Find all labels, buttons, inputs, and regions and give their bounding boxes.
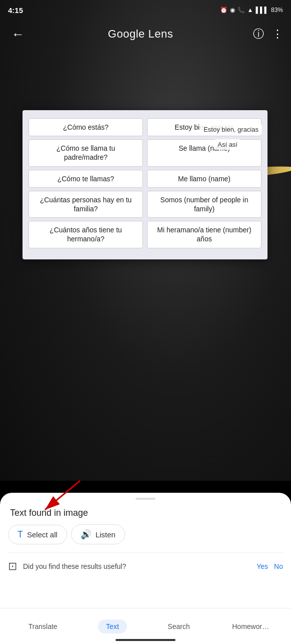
- doc-cell-q5: ¿Cuántos años tiene tu hermano/a?: [28, 221, 143, 248]
- ocr-overlay-2: Así así: [214, 139, 241, 150]
- speaker-icon: 🔊: [80, 529, 92, 540]
- wifi-icon: ▲: [248, 7, 254, 14]
- feedback-row: ⊡ Did you find these results useful? Yes…: [0, 553, 291, 580]
- nav-search[interactable]: Search: [160, 619, 198, 633]
- doc-cell-a3: Me llamo (name): [147, 170, 262, 188]
- listen-button[interactable]: 🔊 Listen: [71, 524, 125, 544]
- alarm-icon: ⏰: [220, 7, 228, 14]
- camera-background: ¿Cómo estás? Estoy bien, gracias ¿Cómo s…: [0, 0, 291, 481]
- bottom-sheet: Text found in image T Select all 🔊 Liste…: [0, 493, 291, 608]
- feedback-no-button[interactable]: No: [274, 562, 283, 570]
- doc-row-5: ¿Cuántos años tiene tu hermano/a? Mi her…: [28, 221, 262, 248]
- selection-dot: [129, 231, 134, 236]
- signal-icon: ▌▌▌: [256, 7, 268, 14]
- camera-area: ¿Cómo estás? Estoy bien, gracias ¿Cómo s…: [0, 0, 291, 481]
- listen-label: Listen: [96, 530, 116, 539]
- lens-text: Lens: [145, 28, 173, 40]
- sheet-title: Text found in image: [0, 500, 291, 524]
- search-label: Search: [168, 622, 190, 630]
- doc-cell-q1: ¿Cómo estás?: [28, 118, 143, 136]
- google-text: Google: [108, 28, 145, 40]
- battery-icon: 83%: [271, 7, 283, 14]
- translate-label: Translate: [28, 622, 58, 630]
- doc-cell-a2: Se llama (name): [147, 139, 262, 166]
- text-label: Text: [106, 622, 119, 630]
- app-title: Google Lens: [108, 28, 173, 41]
- info-button[interactable]: ⓘ: [253, 27, 264, 42]
- status-bar: 4:15 ⏰ ◉ 📞 ▲ ▌▌▌ 83%: [0, 0, 291, 20]
- top-bar: ← Google Lens ⓘ ⋮: [0, 20, 291, 48]
- doc-row-4: ¿Cuántas personas hay en tu familia? Som…: [28, 191, 262, 218]
- doc-cell-a5: Mi heramano/a tiene (number) años: [147, 221, 262, 248]
- homework-label: Homewor…: [232, 622, 269, 630]
- nav-homework[interactable]: Homewor…: [230, 619, 270, 633]
- status-icons: ⏰ ◉ 📞 ▲ ▌▌▌ 83%: [220, 7, 283, 14]
- doc-cell-q3: ¿Cómo te llamas?: [28, 170, 143, 188]
- select-all-button[interactable]: T Select all: [8, 525, 67, 544]
- call-icon: 📞: [238, 7, 245, 14]
- doc-cell-q2: ¿Cómo se llama tu padre/madre?: [28, 139, 143, 166]
- location-icon: ◉: [230, 7, 235, 14]
- doc-row-3: ¿Cómo te llamas? Me llamo (name): [28, 170, 262, 188]
- feedback-icon: ⊡: [8, 560, 17, 573]
- nav-translate[interactable]: Translate: [20, 619, 66, 633]
- home-indicator: [116, 639, 176, 641]
- ocr-overlay-1: Estoy bien, gracias: [200, 124, 262, 135]
- back-button[interactable]: ←: [8, 27, 28, 42]
- status-time: 4:15: [8, 6, 23, 15]
- nav-text[interactable]: Text: [98, 619, 127, 633]
- select-all-label: Select all: [27, 530, 58, 539]
- sheet-actions: T Select all 🔊 Listen: [0, 524, 291, 552]
- top-bar-actions: ⓘ ⋮: [253, 27, 283, 42]
- more-menu-button[interactable]: ⋮: [272, 28, 283, 41]
- doc-cell-q4: ¿Cuántas personas hay en tu familia?: [28, 191, 143, 218]
- feedback-text: Did you find these results useful?: [23, 562, 250, 570]
- doc-cell-a4: Somos (number of people in family): [147, 191, 262, 218]
- feedback-yes-button[interactable]: Yes: [256, 562, 268, 570]
- text-select-icon: T: [18, 529, 23, 540]
